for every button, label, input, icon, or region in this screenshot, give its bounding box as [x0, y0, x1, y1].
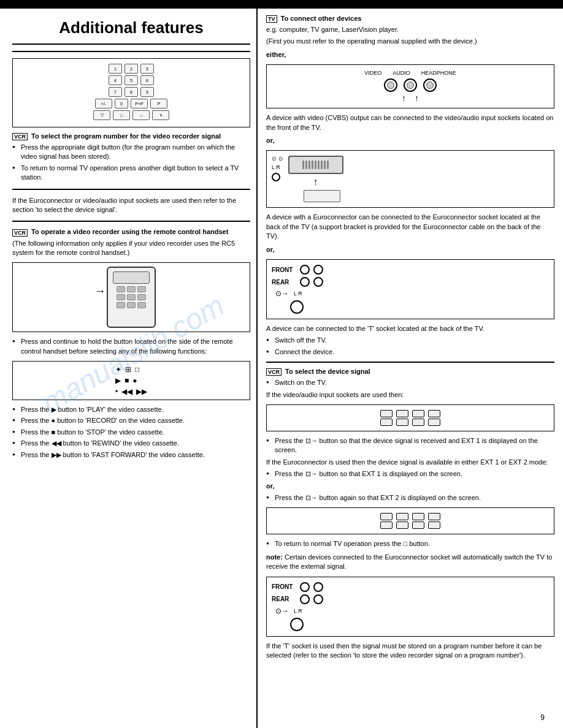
- key-row-1: 1 2 3: [109, 64, 154, 74]
- input-btn-4-top: [428, 410, 440, 417]
- content-area: Additional features 1 2 3 4 5 6: [0, 9, 563, 728]
- bullet-hold: Press and continue to hold the button lo…: [12, 337, 250, 356]
- ctrl-icon-dot: ✦: [115, 365, 121, 374]
- audio-input-box: VIDEO AUDIO HEADPHONE ↑ ↑: [266, 64, 554, 108]
- vcr-icon-2: VCR: [12, 229, 28, 237]
- euro-cable: [304, 190, 340, 202]
- ctrl-icon-square: □: [135, 365, 139, 374]
- front-rear-box: FRONT REAR ⊙→: [266, 259, 554, 319]
- port-audio-l-inner: [407, 82, 414, 89]
- input-btn-6-top: [396, 513, 408, 520]
- input-select-box-1: [266, 404, 554, 431]
- key-4: 4: [109, 75, 122, 85]
- rear-circle-1: [300, 277, 310, 287]
- remote-btn-7: [117, 302, 125, 308]
- pin-2: [305, 161, 307, 169]
- input-btn-5: [380, 513, 393, 529]
- bullet-ffwd: Press the ▶▶ button to 'FAST FORWARD' th…: [12, 450, 250, 460]
- bottom-fr-arrow: ⊙→: [275, 607, 289, 615]
- bottom-lr-label: L R: [294, 608, 302, 614]
- input-btn-7: [412, 513, 424, 529]
- euro-connector-area: ↑: [288, 156, 343, 202]
- remote-diagram-box: →: [12, 262, 250, 332]
- key-5: 5: [124, 75, 138, 85]
- input-btn-7-bottom: [412, 521, 424, 529]
- bullet-digit: Press the appropriate digit button (for …: [12, 143, 250, 162]
- label-audio: AUDIO: [393, 70, 410, 76]
- page-number: 9: [540, 713, 545, 722]
- key-square1: □: [113, 110, 130, 120]
- input-btn-8-bottom: [428, 521, 440, 529]
- or1-text: A device with a Euroconnector can be con…: [266, 213, 554, 241]
- input-btn-4-bottom: [428, 419, 440, 426]
- title-section: Additional features: [12, 9, 250, 45]
- section1-header: VCR To select the program number for the…: [12, 132, 250, 140]
- ctrl-icon-rec: ●: [132, 376, 137, 385]
- euro-circle-row-2: L R: [272, 164, 283, 170]
- page-title: Additional features: [12, 18, 250, 37]
- port-video-inner: [387, 82, 394, 89]
- front-row: FRONT: [272, 265, 549, 275]
- arrow-up-1: ↑: [402, 93, 406, 103]
- bottom-front-row: FRONT: [272, 582, 549, 592]
- input-btn-8: [428, 513, 440, 529]
- rear-label: REAR: [272, 279, 296, 286]
- device-signal-header: VCR To select the device signal: [266, 368, 554, 376]
- input-btn-1-top: [380, 410, 393, 417]
- bullet-switch-off: Switch off the TV.: [266, 336, 554, 345]
- remote-diagram: [107, 267, 156, 328]
- bottom-front-circle-2: [313, 582, 323, 592]
- pin-8: [324, 161, 326, 169]
- bottom-front-circles: [300, 582, 323, 592]
- input-btn-6: [396, 513, 408, 529]
- key-row-4: +/- 0 P+P P: [95, 99, 167, 108]
- key-row-2: 4 5 6: [109, 75, 154, 85]
- front-circles: [300, 265, 323, 275]
- vcr-icon-3: VCR: [266, 368, 282, 376]
- remote-btn-9: [137, 302, 146, 308]
- rear-circle-2: [313, 277, 323, 287]
- front-circle-1: [300, 265, 310, 275]
- if-euroconnector: If the Euroconnector is used then the de…: [266, 458, 554, 467]
- or2-text: A device can be connected to the 'T' soc…: [266, 324, 554, 333]
- note-text: note: Certain devices connected to the E…: [266, 553, 554, 572]
- input-btn-7-top: [412, 513, 424, 520]
- remote-buttons: [117, 286, 146, 308]
- euro-label-LR: L R: [272, 164, 280, 170]
- input-btn-4: [428, 410, 440, 426]
- fr-lr-label: L R: [294, 290, 302, 297]
- remote-btn-4: [117, 294, 125, 300]
- port-audio-l: [404, 78, 417, 92]
- sep-1: [12, 189, 250, 190]
- input-btn-3: [412, 410, 424, 426]
- ext1-mode-bullet: Press the ⊡→ button so that EXT 1 is dis…: [266, 469, 554, 479]
- key-1: 1: [109, 64, 122, 74]
- input-btn-8-top: [428, 513, 440, 520]
- fr-arrow-icon: ⊙→: [275, 289, 289, 298]
- connect-line2: (First you must refer to the operating m…: [266, 37, 554, 46]
- pin-1: [302, 161, 304, 169]
- pin-3: [308, 161, 310, 169]
- ctrl-row-2: ▶ ■ ●: [115, 376, 147, 385]
- left-column: Additional features 1 2 3 4 5 6: [0, 9, 258, 728]
- ctrl-icon-dot2: •: [115, 387, 118, 396]
- remote-btn-3: [137, 286, 146, 292]
- top-bar: [0, 0, 563, 9]
- ctrl-icon-rew: ◀◀: [121, 387, 132, 396]
- bottom-rear-row: REAR: [272, 594, 549, 604]
- key-row-5: ▽ □ ○ ∨: [93, 110, 169, 120]
- bottom-front-label: FRONT: [272, 583, 296, 590]
- bullet-record: Press the ● button to 'RECORD' on the vi…: [12, 416, 250, 425]
- input-btn-6-bottom: [396, 521, 408, 529]
- euro-note: If the Euroconnector or video/audio inpu…: [12, 196, 250, 215]
- page-container: Additional features 1 2 3 4 5 6: [0, 0, 563, 728]
- remote-btn-8: [127, 302, 136, 308]
- ctrl-icon-grid: ⊞: [125, 365, 131, 374]
- input-btn-3-bottom: [412, 419, 424, 426]
- section2-header: VCR To operate a video recorder using th…: [12, 228, 250, 236]
- front-circle-2: [313, 265, 323, 275]
- input-btn-1: [380, 410, 393, 426]
- euro-small-circle: [272, 173, 280, 181]
- key-9: 9: [140, 87, 154, 97]
- bullet-ext1-mode: Press the ⊡→ button so that EXT 1 is dis…: [266, 469, 554, 479]
